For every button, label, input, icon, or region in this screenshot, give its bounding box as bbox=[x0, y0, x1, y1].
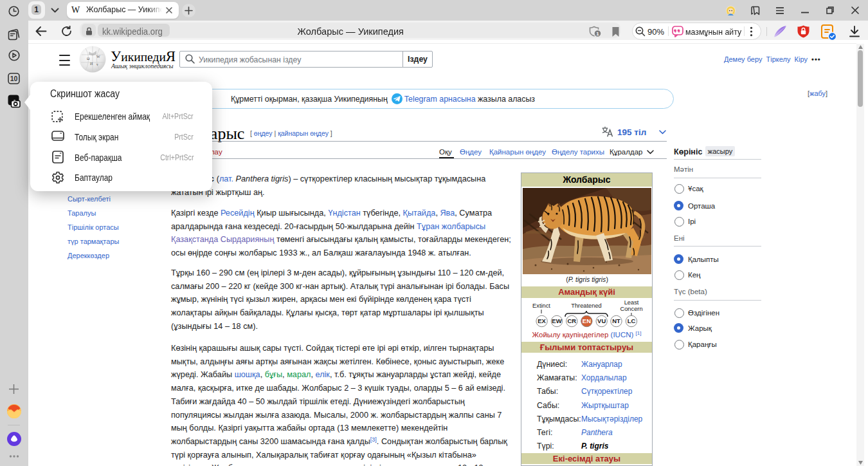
svg-text:ν: ν bbox=[96, 62, 98, 66]
svg-text:NT: NT bbox=[612, 317, 620, 324]
svg-text:Concern: Concern bbox=[620, 306, 642, 312]
svg-text:Threatened: Threatened bbox=[571, 303, 602, 309]
svg-text:Extinct: Extinct bbox=[532, 303, 550, 309]
svg-text:Least: Least bbox=[624, 299, 639, 306]
svg-text:1: 1 bbox=[596, 31, 599, 37]
svg-text:И: И bbox=[90, 62, 93, 66]
svg-text:EX: EX bbox=[538, 317, 546, 324]
svg-text:Ω: Ω bbox=[87, 57, 90, 61]
svg-text:EN: EN bbox=[583, 317, 591, 324]
svg-text:EW: EW bbox=[552, 317, 561, 324]
svg-text:VU: VU bbox=[597, 317, 606, 324]
svg-text:CR: CR bbox=[567, 317, 576, 324]
svg-text:LC: LC bbox=[628, 317, 636, 324]
svg-text:W: W bbox=[96, 55, 100, 59]
svg-text:10: 10 bbox=[10, 75, 18, 82]
